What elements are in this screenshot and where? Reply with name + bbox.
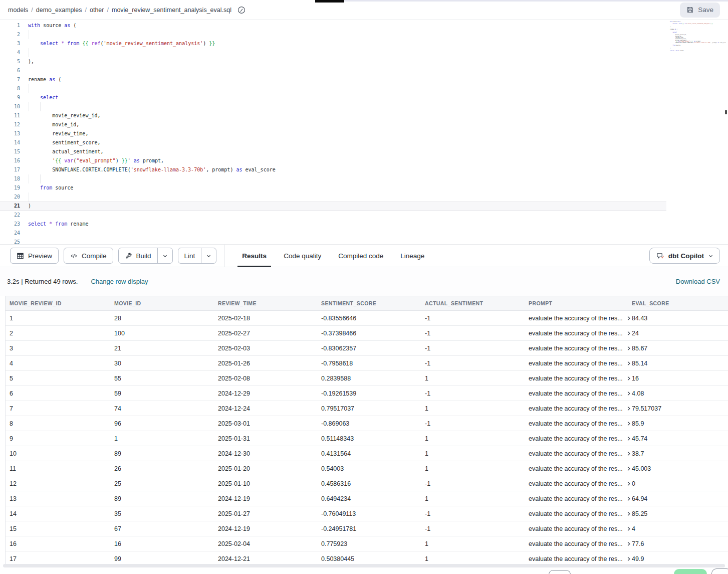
active-line-highlight: [0, 202, 666, 211]
code-line[interactable]: 11 movie_review_id,: [0, 111, 728, 120]
footer-partial-button[interactable]: [549, 570, 571, 574]
code-line[interactable]: 9 select: [0, 93, 728, 102]
column-header: MOVIE_REVIEW_ID: [6, 300, 110, 306]
prompt-preview-text: evaluate the accuracy of the res...: [529, 450, 623, 457]
tab-lineage[interactable]: Lineage: [400, 245, 424, 267]
prompt-preview-text: evaluate the accuracy of the res...: [529, 345, 623, 352]
tab-code-quality[interactable]: Code quality: [284, 245, 321, 267]
code-line[interactable]: 22: [0, 211, 728, 220]
code-text: [20, 238, 28, 244]
dbt-copilot-button[interactable]: dbt Copilot: [649, 248, 720, 264]
cell-eval-score: 38.7: [628, 450, 728, 457]
code-line[interactable]: 1with source as (: [0, 21, 728, 30]
code-text: [20, 102, 28, 111]
cell-sentiment-score: 0.51148343: [317, 435, 421, 442]
code-line[interactable]: 7rename as (: [0, 75, 728, 84]
cell-prompt: evaluate the accuracy of the res...: [525, 495, 628, 502]
column-header: PROMPT: [525, 300, 628, 306]
cell-eval-score: 45.74: [628, 435, 728, 442]
cell-movie-review-id: 15: [6, 525, 110, 532]
code-text: ),: [20, 57, 34, 66]
line-number: 7: [0, 75, 20, 84]
build-dropdown-chevron-icon[interactable]: [157, 248, 172, 263]
code-line[interactable]: 14 sentiment_score,: [0, 138, 728, 147]
lint-button[interactable]: Lint: [178, 248, 201, 263]
change-row-display-link[interactable]: Change row display: [91, 278, 148, 285]
prompt-preview-text: evaluate the accuracy of the res...: [529, 435, 623, 442]
cell-movie-review-id: 11: [6, 465, 110, 472]
code-line[interactable]: 15 actual_sentiment,: [0, 147, 728, 156]
breadcrumb-item[interactable]: movie_review_sentiment_analysis_eval.sql: [112, 7, 231, 14]
code-line[interactable]: 5),: [0, 57, 728, 66]
breadcrumb-item[interactable]: models: [8, 7, 28, 14]
code-line[interactable]: 3 select * from {{ ref('movie_review_sen…: [0, 39, 728, 48]
line-number: 6: [0, 66, 20, 75]
code-line[interactable]: 12 movie_id,: [0, 120, 728, 129]
code-editor[interactable]: 1with source as (23 select * from {{ ref…: [0, 20, 728, 244]
table-row: 3212025-02-03-0.83062357-1evaluate the a…: [6, 341, 728, 356]
cell-actual-sentiment: -1: [421, 330, 525, 337]
table-row: 8962025-03-01-0.869063-1evaluate the acc…: [6, 416, 728, 431]
code-text: sentiment_score,: [20, 138, 101, 147]
cell-actual-sentiment: -1: [421, 480, 525, 487]
minimap-line: 17 SNOWFLAKE.CORTEX.COMPLETE('snowflake-…: [669, 43, 726, 44]
code-line[interactable]: 21): [0, 202, 728, 211]
code-text: [20, 211, 28, 220]
file-settings-icon[interactable]: [236, 5, 247, 15]
footer-partial-button-right[interactable]: [711, 568, 728, 574]
cell-prompt: evaluate the accuracy of the res...: [525, 525, 628, 532]
code-text: SNOWFLAKE.CORTEX.COMPLETE('snowflake-lla…: [669, 43, 726, 44]
code-line[interactable]: 25: [0, 238, 728, 244]
bottom-strip: [0, 564, 728, 574]
save-button[interactable]: Save: [680, 3, 720, 18]
cell-actual-sentiment: 1: [421, 450, 525, 457]
cell-eval-score: 85.67: [628, 345, 728, 352]
horizontal-scrollbar-thumb[interactable]: [3, 564, 725, 567]
cell-prompt: evaluate the accuracy of the res...: [525, 465, 628, 472]
code-line[interactable]: 23select * from rename: [0, 220, 728, 229]
cell-movie-id: 59: [110, 390, 214, 397]
breadcrumb-item[interactable]: demo_examples: [36, 7, 82, 14]
cell-movie-review-id: 3: [6, 345, 110, 352]
code-line[interactable]: 2: [0, 30, 728, 39]
lint-dropdown-chevron-icon[interactable]: [201, 248, 216, 263]
code-line[interactable]: 13 review_time,: [0, 129, 728, 138]
preview-button[interactable]: Preview: [10, 248, 59, 264]
code-line[interactable]: 20: [0, 193, 728, 202]
table-row: 15672024-12-19-0.24951781-1evaluate the …: [6, 521, 728, 536]
breadcrumb-separator: /: [31, 7, 33, 14]
tab-results[interactable]: Results: [242, 245, 267, 267]
cell-movie-id: 1: [110, 435, 214, 442]
cell-eval-score: 79.517037: [628, 405, 728, 412]
code-line[interactable]: 16 '{{ var("eval_prompt") }}' as prompt,: [0, 156, 728, 165]
code-line[interactable]: 10: [0, 102, 728, 111]
table-row: 6592024-12-29-0.19261539-1evaluate the a…: [6, 386, 728, 401]
code-line[interactable]: 6: [0, 66, 728, 75]
line-number: 8: [0, 84, 20, 93]
code-line[interactable]: 17 SNOWFLAKE.CORTEX.COMPLETE('snowflake-…: [0, 165, 728, 174]
breadcrumb-separator: /: [107, 7, 108, 14]
code-line[interactable]: 18: [0, 174, 728, 183]
compile-button[interactable]: Compile: [64, 248, 113, 264]
breadcrumb-item[interactable]: other: [90, 7, 104, 14]
line-number: 2: [0, 30, 20, 39]
editor-minimap[interactable]: 1with source as (23 select * from {{ ref…: [669, 21, 726, 52]
code-text: select: [669, 32, 677, 34]
code-text: SNOWFLAKE.CORTEX.COMPLETE('snowflake-lla…: [20, 165, 276, 174]
editor-scrollbar-thumb[interactable]: [725, 110, 727, 114]
tab-compiled-code[interactable]: Compiled code: [338, 245, 383, 267]
prompt-preview-text: evaluate the accuracy of the res...: [529, 360, 623, 367]
footer-green-pill-button[interactable]: [674, 569, 707, 574]
code-text: [20, 48, 28, 57]
cell-sentiment-score: 0.50380445: [317, 555, 421, 562]
code-line[interactable]: 4: [0, 48, 728, 57]
cell-movie-id: 55: [110, 375, 214, 382]
cell-actual-sentiment: -1: [421, 315, 525, 322]
line-number: 19: [0, 183, 20, 193]
download-csv-link[interactable]: Download CSV: [676, 278, 720, 285]
code-line[interactable]: 24: [0, 229, 728, 238]
code-line[interactable]: 19 from source: [0, 183, 728, 193]
cell-eval-score: 85.14: [628, 360, 728, 367]
code-line[interactable]: 8: [0, 84, 728, 93]
build-button[interactable]: Build: [119, 248, 157, 263]
